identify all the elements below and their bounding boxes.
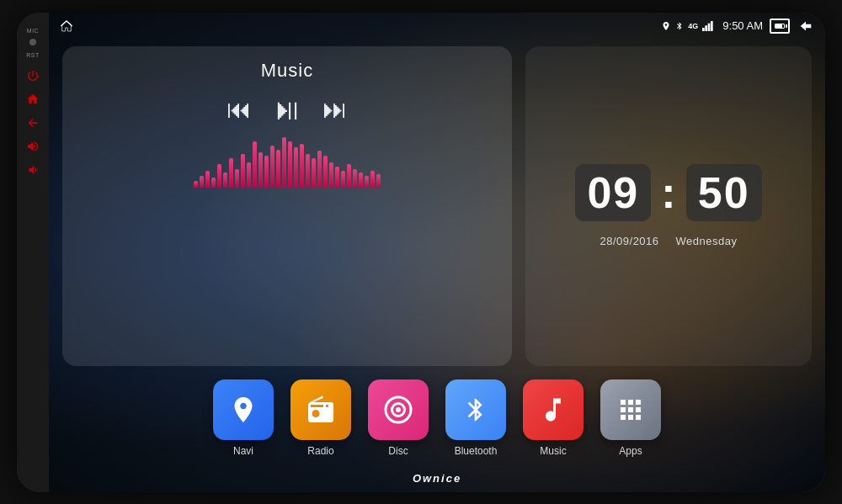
side-buttons-panel: MIC RST (17, 13, 49, 492)
brand-footer: Ownice (49, 467, 825, 492)
vol-up-button[interactable] (24, 137, 42, 156)
radio-label: Radio (307, 445, 333, 457)
vis-bar (359, 172, 363, 188)
rewind-button[interactable]: ⏮ (226, 95, 252, 124)
vis-bar (365, 176, 369, 188)
disc-icon-bg (368, 379, 429, 440)
vis-bar (223, 172, 227, 188)
main-content: Music ⏮ ⏯ ⏭ 09 : (49, 40, 825, 467)
vis-bar (253, 141, 257, 188)
music-widget-title: Music (79, 60, 495, 82)
widgets-row: Music ⏮ ⏯ ⏭ 09 : (62, 46, 812, 366)
vis-bar (205, 171, 210, 188)
navi-icon-bg (213, 379, 274, 440)
clock-widget: 09 : 50 28/09/2016 Wednesday (525, 46, 812, 366)
home-icon (59, 19, 74, 33)
vol-down-button[interactable] (24, 161, 42, 179)
vis-bar (306, 154, 310, 188)
vis-bar (335, 167, 339, 188)
vis-bar (329, 162, 333, 188)
vis-bar (276, 150, 280, 188)
vis-bar (247, 162, 251, 188)
music-controls: ⏮ ⏯ ⏭ (79, 92, 495, 127)
4g-icon: 4G (688, 22, 698, 30)
radio-icon (306, 395, 336, 425)
svg-point-6 (396, 407, 401, 412)
vis-bar (353, 169, 357, 188)
vis-bar (200, 176, 204, 188)
music-app-icon (538, 395, 568, 425)
apps-grid-icon (616, 395, 646, 425)
status-right: 4G 9:50 AM (661, 19, 815, 34)
visualizer (79, 137, 495, 188)
main-screen: 4G 9:50 AM (49, 13, 825, 492)
app-navi[interactable]: Navi (213, 379, 274, 457)
status-bar: 4G 9:50 AM (49, 13, 825, 40)
home-button[interactable] (24, 90, 42, 109)
music-widget: Music ⏮ ⏯ ⏭ (62, 46, 512, 366)
clock-date: 28/09/2016 (600, 235, 659, 247)
nav-back-icon[interactable] (797, 19, 815, 34)
vis-bar (217, 164, 221, 188)
play-pause-button[interactable]: ⏯ (272, 92, 302, 127)
vis-bar (323, 156, 328, 188)
svg-rect-3 (711, 21, 713, 31)
clock-display: 09 : 50 (575, 164, 761, 221)
clock-date-row: 28/09/2016 Wednesday (600, 235, 738, 247)
vis-bar (194, 181, 198, 188)
svg-rect-0 (702, 28, 705, 31)
apps-label: Apps (619, 445, 642, 457)
navi-icon (228, 395, 258, 425)
device-frame: MIC RST (17, 13, 825, 492)
vis-bar (312, 158, 316, 188)
vis-bar (376, 174, 381, 188)
app-music[interactable]: Music (523, 379, 584, 457)
clock-day: Wednesday (676, 235, 738, 247)
location-icon (661, 21, 671, 31)
clock-minutes: 50 (698, 168, 750, 217)
app-radio[interactable]: Radio (290, 379, 351, 457)
apps-row: Navi Radio (62, 374, 812, 467)
mic-dot (29, 39, 36, 45)
app-disc[interactable]: Disc (368, 379, 429, 457)
vis-bar (294, 147, 298, 188)
vis-bar (264, 156, 269, 188)
vis-bar (270, 146, 274, 188)
disc-label: Disc (388, 445, 408, 457)
apps-icon-bg (600, 379, 661, 440)
vis-bar (300, 144, 304, 188)
vis-bar (317, 151, 322, 188)
vis-bar (235, 169, 239, 188)
bluetooth-label: Bluetooth (455, 445, 498, 457)
disc-icon (383, 395, 413, 425)
svg-rect-1 (706, 25, 708, 31)
clock-hours: 09 (587, 168, 639, 217)
bluetooth-icon-bg (445, 379, 506, 440)
music-app-label: Music (540, 445, 566, 457)
status-left (59, 19, 74, 33)
vis-bar (241, 154, 245, 188)
battery-icon (770, 19, 790, 34)
vis-bar (341, 171, 345, 188)
clock-minutes-block: 50 (686, 164, 762, 221)
navi-label: Navi (233, 445, 253, 457)
vis-bar (347, 164, 351, 188)
app-bluetooth[interactable]: Bluetooth (445, 379, 506, 457)
signal-icon (702, 21, 716, 31)
vis-bar (258, 152, 263, 188)
vis-bar (211, 178, 216, 188)
rst-label: RST (26, 52, 40, 58)
back-button[interactable] (24, 114, 42, 132)
status-icons: 4G (661, 21, 716, 31)
music-icon-bg (523, 379, 584, 440)
vis-bar (370, 171, 375, 188)
power-button[interactable] (24, 66, 42, 85)
forward-button[interactable]: ⏭ (322, 95, 348, 124)
bluetooth-app-icon (462, 395, 489, 425)
vis-bar (288, 141, 292, 188)
vis-bar (229, 158, 233, 188)
app-apps[interactable]: Apps (600, 379, 661, 457)
clock-hours-block: 09 (575, 164, 651, 221)
brand-name: Ownice (413, 472, 461, 485)
clock-separator: : (661, 171, 675, 215)
